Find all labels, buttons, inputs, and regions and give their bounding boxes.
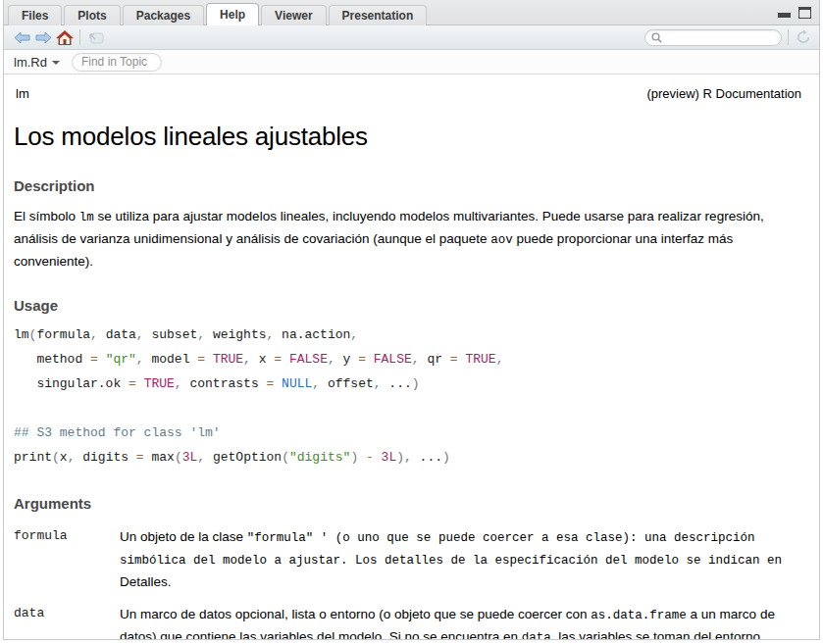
argument-description: Un marco de datos opcional, lista o ento…: [120, 604, 803, 639]
forward-arrow-icon: [35, 31, 52, 44]
help-search-input[interactable]: [666, 31, 775, 43]
inline-code: data: [522, 631, 551, 639]
code-line: method = "qr", model = TRUE, x = FALSE, …: [14, 347, 803, 372]
help-search-box: [644, 29, 782, 46]
tabs: FilesPlotsPackagesHelpViewerPresentation: [8, 2, 429, 25]
code-line: print(x, digits = max(3L, getOption("dig…: [14, 445, 803, 470]
code-line: ## S3 method for class 'lm': [14, 421, 803, 445]
section-heading-usage: Usage: [14, 297, 803, 314]
tab-bar: FilesPlotsPackagesHelpViewerPresentation: [4, 0, 819, 25]
toolbar-separator: [79, 29, 80, 45]
tab-packages[interactable]: Packages: [123, 5, 204, 25]
open-in-new-window-button[interactable]: [84, 27, 106, 47]
minimize-icon[interactable]: [778, 13, 791, 18]
code-line: lm(formula, data, subset, weights, na.ac…: [14, 322, 803, 347]
text-run: Detalles.: [120, 574, 172, 589]
rstudio-help-pane: FilesPlotsPackagesHelpViewerPresentation: [0, 0, 823, 644]
find-in-topic-input[interactable]: [72, 53, 162, 72]
maximize-icon[interactable]: [798, 7, 811, 19]
toolbar-separator-2: [788, 29, 789, 45]
text-run: Un marco de datos opcional, lista o ento…: [120, 607, 591, 621]
description-paragraph: El símbolo lm se utiliza para ajustar mo…: [14, 206, 803, 272]
topic-bar: lm.Rd: [4, 50, 819, 74]
text-run: Un objeto de la clase: [120, 529, 247, 544]
help-document: lm (preview) R Documentation Los modelos…: [4, 74, 819, 639]
back-arrow-icon: [14, 31, 30, 44]
page-title: Los modelos lineales ajustables: [14, 122, 803, 152]
argument-description: Un objeto de la clase "formula" ' (o uno…: [120, 526, 803, 593]
refresh-icon: [796, 29, 811, 45]
doc-meta-topic: lm: [16, 86, 29, 101]
tab-viewer[interactable]: Viewer: [261, 5, 326, 25]
open-in-new-window-icon: [87, 30, 104, 44]
section-heading-description: Description: [14, 177, 803, 194]
doc-meta: lm (preview) R Documentation: [14, 86, 803, 101]
text-run: , las variables se toman del entorno: [551, 629, 760, 639]
topic-file-dropdown[interactable]: lm.Rd: [14, 55, 60, 70]
argument-term: data: [14, 604, 120, 639]
argument-row-formula: formulaUn objeto de la clase "formula" '…: [14, 526, 803, 593]
home-icon: [56, 30, 74, 45]
text-run: El símbolo: [14, 209, 79, 223]
pane-frame: FilesPlotsPackagesHelpViewerPresentation: [3, 0, 820, 640]
help-toolbar: [4, 25, 819, 50]
refresh-button[interactable]: [795, 27, 812, 47]
topic-file-label: lm.Rd: [14, 55, 47, 70]
argument-row-data: dataUn marco de datos opcional, lista o …: [14, 604, 803, 639]
forward-button[interactable]: [32, 27, 54, 47]
chevron-down-icon: [52, 61, 60, 65]
inline-code: lm: [79, 211, 94, 224]
search-icon: [651, 32, 662, 43]
back-button[interactable]: [11, 27, 32, 47]
code-line: singular.ok = TRUE, contrasts = NULL, of…: [14, 372, 803, 396]
home-button[interactable]: [54, 27, 76, 47]
doc-meta-source: (preview) R Documentation: [646, 86, 801, 101]
inline-code: aov: [490, 233, 513, 247]
window-controls: [778, 7, 811, 19]
tab-files[interactable]: Files: [8, 5, 62, 25]
inline-code: as.data.frame: [591, 609, 687, 622]
section-heading-arguments: Arguments: [14, 495, 803, 512]
arguments-table: formulaUn objeto de la clase "formula" '…: [14, 526, 803, 639]
tab-help[interactable]: Help: [206, 3, 259, 25]
tab-presentation[interactable]: Presentation: [329, 5, 428, 25]
usage-code-block: lm(formula, data, subset, weights, na.ac…: [14, 322, 803, 470]
argument-term: formula: [14, 526, 120, 593]
code-line: [14, 396, 803, 421]
tab-plots[interactable]: Plots: [64, 5, 120, 25]
